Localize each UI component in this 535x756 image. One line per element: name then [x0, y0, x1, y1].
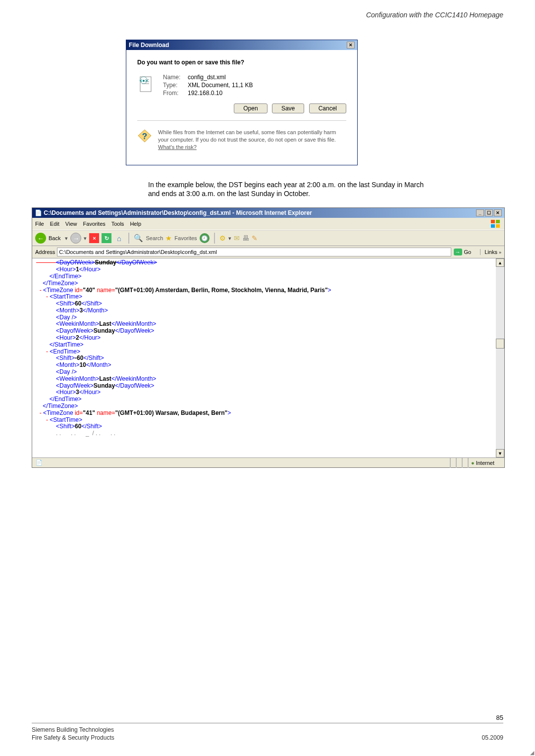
close-icon[interactable]: ✕	[494, 209, 502, 216]
mail-icon[interactable]: ✉	[234, 234, 240, 242]
cancel-button[interactable]: Cancel	[309, 103, 346, 113]
go-icon[interactable]: →	[454, 249, 462, 255]
svg-rect-10	[496, 224, 500, 228]
dialog-title-text: File Download	[129, 42, 169, 49]
page-number: 85	[496, 714, 503, 721]
type-value: XML Document, 11,1 KB	[188, 82, 253, 89]
ie-app-icon: 📄	[35, 209, 42, 216]
dialog-titlebar: File Download ✕	[126, 40, 357, 50]
from-value: 192.168.0.10	[188, 90, 222, 97]
forward-icon[interactable]: →	[70, 233, 81, 244]
back-icon[interactable]: ←	[35, 233, 46, 244]
scrollbar-thumb[interactable]	[496, 339, 504, 349]
vertical-scrollbar[interactable]: ▲ ▼	[496, 258, 504, 457]
maximize-icon[interactable]: ☐	[485, 209, 493, 216]
history-icon[interactable]: 🕘	[200, 233, 210, 243]
svg-rect-9	[491, 224, 495, 228]
file-download-dialog: File Download ✕ Do you want to open or s…	[126, 40, 358, 165]
refresh-icon[interactable]: ↻	[102, 233, 111, 243]
edit-icon[interactable]: ✎	[252, 234, 258, 242]
status-doc-icon: 📄	[36, 459, 43, 466]
menu-file[interactable]: File	[35, 221, 44, 227]
forward-dropdown-icon[interactable]: ▾	[84, 235, 87, 242]
windows-flag-icon	[490, 219, 501, 228]
status-zone-text: Internet	[476, 460, 494, 466]
toolbar-separator	[128, 233, 129, 244]
svg-text:<●>: <●>	[140, 78, 148, 83]
home-icon[interactable]: ⌂	[114, 233, 124, 243]
back-dropdown-icon[interactable]: ▾	[65, 235, 68, 242]
whats-the-risk-link[interactable]: What's the risk?	[158, 144, 197, 150]
search-label[interactable]: Search	[146, 235, 163, 241]
name-label: Name:	[163, 74, 188, 81]
xml-viewer: <DayOfWeek>Sunday</DayOfWeek> <Hour>1</H…	[36, 259, 492, 437]
from-label: From:	[163, 90, 188, 97]
address-label: Address	[35, 249, 55, 255]
favorites-label[interactable]: Favorites	[174, 235, 197, 241]
dialog-question: Do you want to open or save this file?	[137, 59, 346, 66]
ie-menubar: File Edit View Favorites Tools Help	[32, 218, 504, 230]
menu-tools[interactable]: Tools	[111, 221, 124, 227]
resize-grip-icon[interactable]: ◢	[530, 750, 534, 756]
print-icon[interactable]: 🖶	[242, 234, 249, 242]
svg-text:?: ?	[142, 132, 147, 141]
xml-file-icon: <●>	[137, 75, 154, 94]
stop-icon[interactable]: ×	[89, 233, 99, 243]
toolbar-separator	[214, 233, 215, 244]
menu-edit[interactable]: Edit	[50, 221, 59, 227]
internet-zone-icon: ●	[471, 460, 475, 466]
question-icon: ?	[137, 129, 152, 144]
dialog-warning-text: While files from the Internet can be use…	[158, 129, 346, 151]
ie-title-text: C:\Documents and Settings\Administrator\…	[44, 209, 312, 216]
menu-help[interactable]: Help	[130, 221, 141, 227]
svg-rect-8	[496, 220, 500, 223]
favorites-icon[interactable]: ★	[165, 234, 172, 242]
ie-statusbar: 📄 ● Internet ◢	[32, 457, 504, 467]
name-value: config_dst.xml	[188, 74, 226, 81]
open-button[interactable]: Open	[234, 103, 267, 113]
links-label[interactable]: Links »	[480, 249, 501, 255]
save-button[interactable]: Save	[272, 103, 304, 113]
ie-toolbar: ← Back ▾ → ▾ × ↻ ⌂ 🔍 Search ★ Favorites …	[32, 230, 504, 246]
back-label[interactable]: Back	[49, 235, 60, 241]
svg-rect-7	[491, 220, 495, 223]
go-button[interactable]: Go	[464, 249, 472, 255]
page-header-title: Configuration with the CCIC1410 Homepage	[366, 11, 503, 19]
misc-icon[interactable]: ⚙	[219, 234, 226, 242]
minimize-icon[interactable]: _	[476, 209, 484, 216]
footer-product: Fire Safety & Security Products	[32, 734, 114, 741]
footer-company: Siemens Building Technologies	[32, 726, 114, 733]
ie-window: 📄 C:\Documents and Settings\Administrato…	[32, 207, 505, 468]
menu-view[interactable]: View	[65, 221, 77, 227]
search-icon[interactable]: 🔍	[134, 234, 143, 243]
scrollbar-up-icon[interactable]: ▲	[496, 258, 504, 267]
menu-favorites[interactable]: Favorites	[83, 221, 106, 227]
ie-content-area: <DayOfWeek>Sunday</DayOfWeek> <Hour>1</H…	[32, 258, 504, 457]
scrollbar-down-icon[interactable]: ▼	[496, 449, 504, 457]
footer-date: 05.2009	[482, 734, 503, 741]
type-label: Type:	[163, 82, 188, 89]
explain-paragraph: In the example below, the DST begins eac…	[148, 180, 426, 199]
ie-address-bar: Address → Go Links »	[32, 246, 504, 258]
address-input[interactable]	[57, 248, 451, 256]
misc-dropdown-icon[interactable]: ▾	[228, 235, 231, 242]
ie-titlebar: 📄 C:\Documents and Settings\Administrato…	[32, 208, 504, 218]
close-icon[interactable]: ✕	[347, 42, 355, 49]
